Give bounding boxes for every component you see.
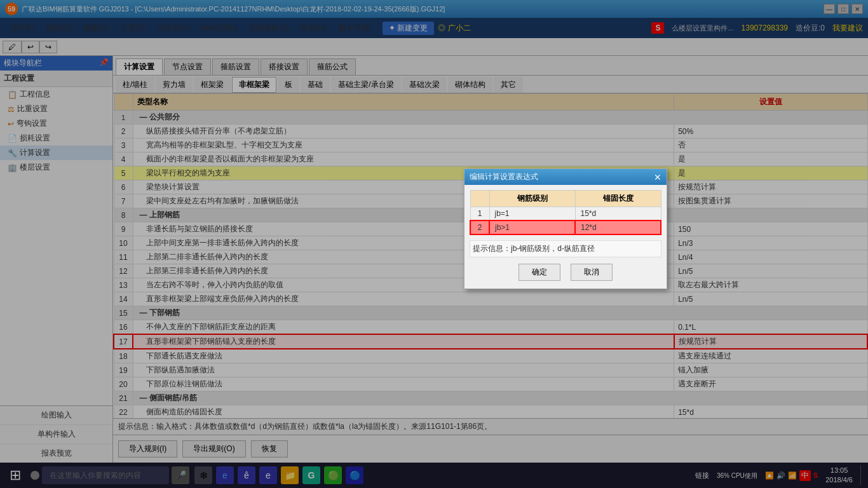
modal-close-button[interactable]: ✕ <box>654 172 661 182</box>
modal-confirm-button[interactable]: 确定 <box>519 264 560 281</box>
modal-row-num: 1 <box>470 207 489 221</box>
modal-title-text: 编辑计算设置表达式 <box>470 172 538 182</box>
modal-row-2[interactable]: 2 jb>1 12*d <box>470 220 661 234</box>
modal-cancel-button[interactable]: 取消 <box>571 264 613 281</box>
modal-col-num <box>470 191 489 207</box>
modal-row-anchor: 15*d <box>575 207 661 221</box>
modal-title-bar: 编辑计算设置表达式 ✕ <box>465 169 667 185</box>
modal-row-num-selected: 2 <box>470 220 489 234</box>
modal-col-level: 钢筋级别 <box>489 191 575 207</box>
modal-row-anchor-selected: 12*d <box>575 220 661 234</box>
modal-row-1[interactable]: 1 jb=1 15*d <box>470 207 661 221</box>
modal-row-level-selected: jb>1 <box>489 220 575 234</box>
modal-overlay: 编辑计算设置表达式 ✕ 钢筋级别 锚固长度 1 jb=1 15*d <box>0 0 868 488</box>
modal-body: 钢筋级别 锚固长度 1 jb=1 15*d 2 jb>1 12*d <box>465 185 667 288</box>
modal-button-bar: 确定 取消 <box>470 261 661 283</box>
modal-col-anchor: 锚固长度 <box>575 191 661 207</box>
edit-expression-modal: 编辑计算设置表达式 ✕ 钢筋级别 锚固长度 1 jb=1 15*d <box>464 168 667 289</box>
modal-row-level: jb=1 <box>489 207 575 221</box>
modal-expression-table: 钢筋级别 锚固长度 1 jb=1 15*d 2 jb>1 12*d <box>470 190 661 235</box>
modal-hint: 提示信息：jb-钢筋级别，d-纵筋直径 <box>470 240 661 257</box>
